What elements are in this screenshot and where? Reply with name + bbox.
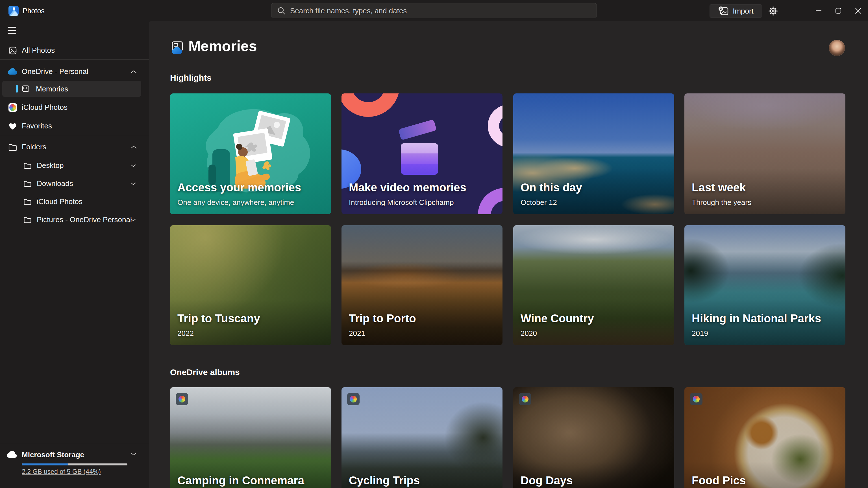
settings-button[interactable] xyxy=(764,3,782,19)
memory-card-trip-to-porto[interactable]: Trip to Porto 2021 xyxy=(341,225,502,345)
card-shade xyxy=(513,225,674,345)
album-badge xyxy=(690,393,703,405)
card-subtitle: Through the years xyxy=(692,198,751,207)
card-title: On this day xyxy=(521,181,582,194)
import-button[interactable]: Import xyxy=(710,4,762,18)
folder-icon xyxy=(23,215,32,225)
card-subtitle: 2019 xyxy=(692,329,708,338)
navigation-menu-button[interactable] xyxy=(4,23,20,37)
minimize-button[interactable] xyxy=(809,0,829,21)
album-card-food-pics[interactable]: Food Pics xyxy=(684,387,845,488)
photos-app-icon xyxy=(8,6,19,16)
card-title: Make video memories xyxy=(349,181,466,194)
sidebar-group-label: Folders xyxy=(22,142,46,151)
folder-icon xyxy=(23,161,32,170)
maximize-icon xyxy=(835,7,842,14)
sidebar: All Photos OneDrive - Personal Memories … xyxy=(0,21,149,488)
sidebar-item-label: OneDrive - Personal xyxy=(22,67,88,76)
memory-card-trip-to-tuscany[interactable]: Trip to Tuscany 2022 xyxy=(170,225,331,345)
chevron-down-icon[interactable] xyxy=(130,164,136,167)
card-title: Access your memories xyxy=(177,181,301,194)
card-subtitle: 2022 xyxy=(177,329,194,338)
sidebar-folder-label: Desktop xyxy=(37,161,64,170)
card-shade xyxy=(684,93,845,214)
account-avatar[interactable] xyxy=(829,40,845,56)
search-icon xyxy=(277,6,285,15)
sidebar-item-icloud-photos[interactable]: iCloud Photos xyxy=(0,99,149,116)
card-shade xyxy=(170,387,331,488)
card-shade xyxy=(170,225,331,345)
storage-usage-link[interactable]: 2.2 GB used of 5 GB (44%) xyxy=(22,468,101,476)
card-subtitle: October 12 xyxy=(521,198,557,207)
sidebar-item-onedrive-personal[interactable]: OneDrive - Personal xyxy=(0,64,149,79)
card-title: Camping in Connemara xyxy=(177,474,304,487)
folder-icon xyxy=(8,142,18,152)
chevron-down-icon[interactable] xyxy=(130,182,136,185)
memory-card-last-week[interactable]: Last week Through the years xyxy=(684,93,845,214)
sidebar-item-label: Favorites xyxy=(22,122,52,130)
chevron-down-icon[interactable] xyxy=(130,452,137,456)
card-title: Cycling Trips xyxy=(349,474,420,487)
memory-card-on-this-day[interactable]: On this day October 12 xyxy=(513,93,674,214)
album-card-camping-in-connemara[interactable]: Camping in Connemara xyxy=(170,387,331,488)
onedrive-cloud-icon xyxy=(8,67,18,76)
sidebar-folder-pictures-onedrive[interactable]: Pictures - OneDrive Personal xyxy=(0,212,149,228)
memory-card-wine-country[interactable]: Wine Country 2020 xyxy=(513,225,674,345)
memory-card-hiking-in-national-parks[interactable]: Hiking in National Parks 2019 xyxy=(684,225,845,345)
app-title: Photos xyxy=(23,7,44,15)
memory-card-access-your-memories[interactable]: Access your memories One any device, any… xyxy=(170,93,331,214)
album-card-dog-days[interactable]: Dog Days xyxy=(513,387,674,488)
card-title: Last week xyxy=(692,181,746,194)
folder-icon xyxy=(23,197,32,206)
clipchamp-illustration xyxy=(341,93,502,214)
album-pinwheel-icon xyxy=(350,396,357,402)
card-title: Trip to Porto xyxy=(349,312,416,325)
album-pinwheel-icon xyxy=(522,396,528,402)
search-box[interactable] xyxy=(271,3,597,18)
card-shade xyxy=(684,225,845,345)
card-subtitle: One any device, anywhere, anytime xyxy=(177,198,294,207)
sidebar-item-memories-selected[interactable]: Memories xyxy=(2,81,141,97)
title-bar: Photos Import xyxy=(0,0,868,21)
card-shade xyxy=(513,387,674,488)
chevron-up-icon[interactable] xyxy=(130,70,137,73)
sidebar-group-folders[interactable]: Folders xyxy=(0,139,149,155)
album-pinwheel-icon xyxy=(179,396,185,402)
memories-page-icon xyxy=(170,41,185,55)
card-title: Food Pics xyxy=(692,474,746,487)
icloud-photos-icon xyxy=(8,103,18,112)
chevron-up-icon[interactable] xyxy=(130,145,137,149)
album-card-cycling-trips[interactable]: Cycling Trips xyxy=(341,387,502,488)
section-label-highlights: Highlights xyxy=(170,73,212,83)
close-button[interactable] xyxy=(848,0,868,21)
heart-icon xyxy=(8,121,18,131)
sidebar-folder-label: Downloads xyxy=(37,179,73,188)
hamburger-icon xyxy=(8,25,16,36)
card-subtitle: 2020 xyxy=(521,329,537,338)
card-title: Wine Country xyxy=(521,312,594,325)
sidebar-separator xyxy=(0,59,149,60)
card-shade xyxy=(341,225,502,345)
search-input[interactable] xyxy=(290,6,584,15)
microsoft-storage-panel: Microsoft Storage 2.2 GB used of 5 GB (4… xyxy=(0,450,149,488)
maximize-button[interactable] xyxy=(829,0,848,21)
card-title: Hiking in National Parks xyxy=(692,312,821,325)
minimize-icon xyxy=(815,7,822,14)
card-subtitle: Introducing Microsoft Clipchamp xyxy=(349,198,454,207)
sidebar-item-favorites[interactable]: Favorites xyxy=(0,118,149,134)
memory-card-make-video-memories[interactable]: Make video memories Introducing Microsof… xyxy=(341,93,502,214)
album-badge xyxy=(519,393,531,405)
sidebar-folder-icloud-photos[interactable]: iCloud Photos xyxy=(0,194,149,210)
page-title: Memories xyxy=(188,37,257,55)
sidebar-folder-desktop[interactable]: Desktop xyxy=(0,158,149,173)
folder-icon xyxy=(23,179,32,189)
card-subtitle: 2021 xyxy=(349,329,365,338)
sidebar-item-label: iCloud Photos xyxy=(22,103,67,112)
sidebar-folder-downloads[interactable]: Downloads xyxy=(0,175,149,192)
album-badge xyxy=(176,393,188,405)
chevron-down-icon[interactable] xyxy=(130,218,136,221)
storage-title: Microsoft Storage xyxy=(22,451,84,459)
sidebar-item-all-photos[interactable]: All Photos xyxy=(0,42,149,58)
card-title: Dog Days xyxy=(521,474,573,487)
import-button-label: Import xyxy=(733,7,754,15)
